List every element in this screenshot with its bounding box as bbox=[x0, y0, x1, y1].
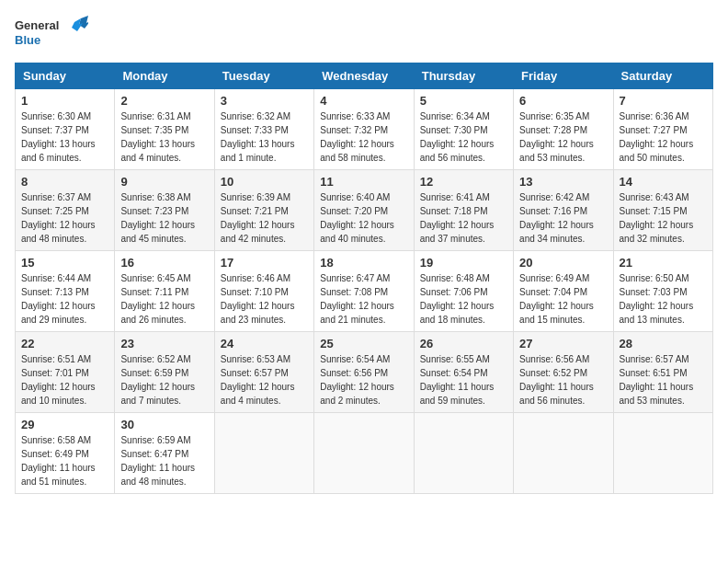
calendar-cell: 20 Sunrise: 6:49 AM Sunset: 7:04 PM Dayl… bbox=[514, 251, 613, 332]
day-info: Sunrise: 6:55 AM Sunset: 6:54 PM Dayligh… bbox=[420, 352, 507, 408]
calendar-cell: 16 Sunrise: 6:45 AM Sunset: 7:11 PM Dayl… bbox=[115, 251, 214, 332]
calendar-cell bbox=[214, 413, 313, 494]
calendar-cell bbox=[414, 413, 513, 494]
day-info: Sunrise: 6:42 AM Sunset: 7:16 PM Dayligh… bbox=[519, 190, 607, 246]
day-info: Sunrise: 6:50 AM Sunset: 7:03 PM Dayligh… bbox=[620, 271, 707, 327]
day-info: Sunrise: 6:39 AM Sunset: 7:21 PM Dayligh… bbox=[221, 190, 308, 246]
calendar-cell: 26 Sunrise: 6:55 AM Sunset: 6:54 PM Dayl… bbox=[414, 332, 513, 413]
calendar-week-4: 22 Sunrise: 6:51 AM Sunset: 7:01 PM Dayl… bbox=[16, 332, 713, 413]
day-number: 25 bbox=[320, 337, 407, 350]
logo: General Blue bbox=[15, 15, 88, 52]
calendar-cell bbox=[514, 413, 613, 494]
calendar-cell: 9 Sunrise: 6:38 AM Sunset: 7:23 PM Dayli… bbox=[115, 170, 214, 251]
day-info: Sunrise: 6:34 AM Sunset: 7:30 PM Dayligh… bbox=[420, 109, 507, 165]
day-number: 10 bbox=[221, 175, 308, 189]
calendar-cell: 23 Sunrise: 6:52 AM Sunset: 6:59 PM Dayl… bbox=[115, 332, 214, 413]
day-number: 8 bbox=[21, 175, 108, 189]
calendar-week-5: 29 Sunrise: 6:58 AM Sunset: 6:49 PM Dayl… bbox=[16, 413, 713, 494]
weekday-header-saturday: Saturday bbox=[613, 63, 712, 89]
day-number: 27 bbox=[519, 337, 607, 350]
calendar-cell bbox=[314, 413, 414, 494]
weekday-header-wednesday: Wednesday bbox=[314, 63, 414, 89]
calendar-cell: 2 Sunrise: 6:31 AM Sunset: 7:35 PM Dayli… bbox=[115, 89, 214, 170]
calendar-cell: 12 Sunrise: 6:41 AM Sunset: 7:18 PM Dayl… bbox=[414, 170, 513, 251]
weekday-header-friday: Friday bbox=[514, 63, 613, 89]
day-info: Sunrise: 6:58 AM Sunset: 6:49 PM Dayligh… bbox=[21, 433, 108, 488]
day-info: Sunrise: 6:33 AM Sunset: 7:32 PM Dayligh… bbox=[320, 109, 407, 165]
day-number: 5 bbox=[420, 94, 507, 108]
day-number: 22 bbox=[21, 337, 108, 350]
day-info: Sunrise: 6:48 AM Sunset: 7:06 PM Dayligh… bbox=[420, 271, 507, 327]
calendar-cell: 28 Sunrise: 6:57 AM Sunset: 6:51 PM Dayl… bbox=[613, 332, 712, 413]
day-info: Sunrise: 6:32 AM Sunset: 7:33 PM Dayligh… bbox=[221, 109, 308, 165]
day-number: 1 bbox=[21, 94, 108, 108]
day-number: 24 bbox=[221, 337, 308, 350]
day-number: 13 bbox=[519, 175, 607, 189]
weekday-header-monday: Monday bbox=[115, 63, 214, 89]
calendar-cell: 15 Sunrise: 6:44 AM Sunset: 7:13 PM Dayl… bbox=[16, 251, 115, 332]
day-number: 15 bbox=[21, 256, 108, 270]
day-number: 21 bbox=[620, 256, 707, 270]
day-number: 14 bbox=[620, 175, 707, 189]
calendar-cell: 25 Sunrise: 6:54 AM Sunset: 6:56 PM Dayl… bbox=[314, 332, 414, 413]
day-info: Sunrise: 6:53 AM Sunset: 6:57 PM Dayligh… bbox=[221, 352, 308, 408]
day-info: Sunrise: 6:35 AM Sunset: 7:28 PM Dayligh… bbox=[519, 109, 607, 165]
calendar-week-1: 1 Sunrise: 6:30 AM Sunset: 7:37 PM Dayli… bbox=[16, 89, 713, 170]
day-number: 2 bbox=[120, 94, 208, 108]
calendar-cell: 6 Sunrise: 6:35 AM Sunset: 7:28 PM Dayli… bbox=[514, 89, 613, 170]
day-number: 23 bbox=[120, 337, 208, 350]
logo-icon: General Blue bbox=[15, 15, 88, 52]
calendar-cell: 10 Sunrise: 6:39 AM Sunset: 7:21 PM Dayl… bbox=[214, 170, 313, 251]
calendar-cell: 14 Sunrise: 6:43 AM Sunset: 7:15 PM Dayl… bbox=[613, 170, 712, 251]
calendar-cell: 22 Sunrise: 6:51 AM Sunset: 7:01 PM Dayl… bbox=[16, 332, 115, 413]
day-info: Sunrise: 6:31 AM Sunset: 7:35 PM Dayligh… bbox=[120, 109, 208, 165]
calendar-cell bbox=[613, 413, 712, 494]
day-info: Sunrise: 6:57 AM Sunset: 6:51 PM Dayligh… bbox=[620, 352, 707, 408]
calendar-cell: 27 Sunrise: 6:56 AM Sunset: 6:52 PM Dayl… bbox=[514, 332, 613, 413]
day-number: 7 bbox=[620, 94, 707, 108]
day-number: 4 bbox=[320, 94, 407, 108]
day-info: Sunrise: 6:38 AM Sunset: 7:23 PM Dayligh… bbox=[120, 190, 208, 246]
day-number: 16 bbox=[120, 256, 208, 270]
calendar-cell: 8 Sunrise: 6:37 AM Sunset: 7:25 PM Dayli… bbox=[16, 170, 115, 251]
day-info: Sunrise: 6:54 AM Sunset: 6:56 PM Dayligh… bbox=[320, 352, 407, 408]
calendar-cell: 21 Sunrise: 6:50 AM Sunset: 7:03 PM Dayl… bbox=[613, 251, 712, 332]
day-info: Sunrise: 6:41 AM Sunset: 7:18 PM Dayligh… bbox=[420, 190, 507, 246]
day-number: 9 bbox=[120, 175, 208, 189]
svg-marker-2 bbox=[79, 16, 88, 29]
day-info: Sunrise: 6:40 AM Sunset: 7:20 PM Dayligh… bbox=[320, 190, 407, 246]
svg-text:General: General bbox=[15, 18, 59, 32]
day-info: Sunrise: 6:36 AM Sunset: 7:27 PM Dayligh… bbox=[620, 109, 707, 165]
weekday-header-thursday: Thursday bbox=[414, 63, 513, 89]
day-number: 17 bbox=[221, 256, 308, 270]
day-number: 12 bbox=[420, 175, 507, 189]
calendar-cell: 19 Sunrise: 6:48 AM Sunset: 7:06 PM Dayl… bbox=[414, 251, 513, 332]
weekday-header-sunday: Sunday bbox=[16, 63, 115, 89]
calendar-cell: 29 Sunrise: 6:58 AM Sunset: 6:49 PM Dayl… bbox=[16, 413, 115, 494]
day-info: Sunrise: 6:44 AM Sunset: 7:13 PM Dayligh… bbox=[21, 271, 108, 327]
calendar-cell: 11 Sunrise: 6:40 AM Sunset: 7:20 PM Dayl… bbox=[314, 170, 414, 251]
calendar-cell: 18 Sunrise: 6:47 AM Sunset: 7:08 PM Dayl… bbox=[314, 251, 414, 332]
day-info: Sunrise: 6:37 AM Sunset: 7:25 PM Dayligh… bbox=[21, 190, 108, 246]
day-info: Sunrise: 6:49 AM Sunset: 7:04 PM Dayligh… bbox=[519, 271, 607, 327]
calendar-cell: 5 Sunrise: 6:34 AM Sunset: 7:30 PM Dayli… bbox=[414, 89, 513, 170]
svg-text:Blue: Blue bbox=[15, 33, 40, 47]
day-number: 19 bbox=[420, 256, 507, 270]
day-number: 20 bbox=[519, 256, 607, 270]
day-number: 28 bbox=[620, 337, 707, 350]
day-number: 6 bbox=[519, 94, 607, 108]
calendar-cell: 17 Sunrise: 6:46 AM Sunset: 7:10 PM Dayl… bbox=[214, 251, 313, 332]
day-number: 18 bbox=[320, 256, 407, 270]
day-number: 29 bbox=[21, 418, 108, 431]
calendar-week-2: 8 Sunrise: 6:37 AM Sunset: 7:25 PM Dayli… bbox=[16, 170, 713, 251]
calendar-cell: 7 Sunrise: 6:36 AM Sunset: 7:27 PM Dayli… bbox=[613, 89, 712, 170]
calendar-cell: 1 Sunrise: 6:30 AM Sunset: 7:37 PM Dayli… bbox=[16, 89, 115, 170]
day-info: Sunrise: 6:43 AM Sunset: 7:15 PM Dayligh… bbox=[620, 190, 707, 246]
day-number: 26 bbox=[420, 337, 507, 350]
calendar-cell: 3 Sunrise: 6:32 AM Sunset: 7:33 PM Dayli… bbox=[214, 89, 313, 170]
day-number: 11 bbox=[320, 175, 407, 189]
calendar-cell: 30 Sunrise: 6:59 AM Sunset: 6:47 PM Dayl… bbox=[115, 413, 214, 494]
calendar-week-3: 15 Sunrise: 6:44 AM Sunset: 7:13 PM Dayl… bbox=[16, 251, 713, 332]
day-info: Sunrise: 6:56 AM Sunset: 6:52 PM Dayligh… bbox=[519, 352, 607, 408]
weekday-header-tuesday: Tuesday bbox=[214, 63, 313, 89]
